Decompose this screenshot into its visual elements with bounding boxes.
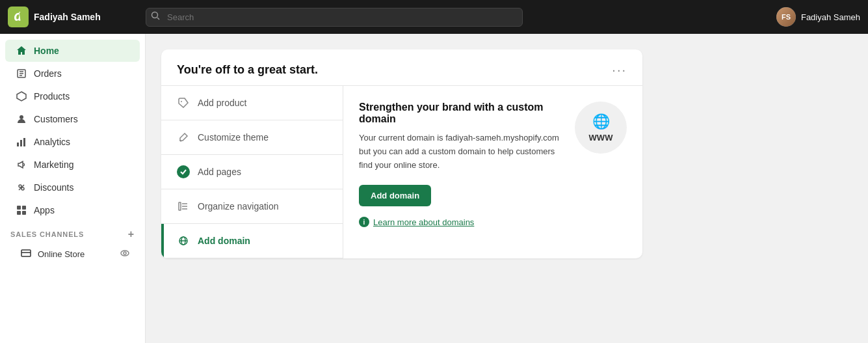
checklist-add-pages[interactable]: Add pages bbox=[161, 155, 343, 189]
sidebar-label-products: Products bbox=[34, 91, 70, 102]
globe-icon bbox=[177, 234, 190, 247]
checklist-customize-theme[interactable]: Customize theme bbox=[161, 120, 343, 155]
sidebar-label-analytics: Analytics bbox=[34, 137, 70, 147]
svg-rect-17 bbox=[22, 211, 26, 215]
learn-more-link[interactable]: i Learn more about domains bbox=[359, 217, 627, 227]
avatar: FS bbox=[776, 7, 796, 27]
checklist-label-add-product: Add product bbox=[198, 98, 247, 108]
checklist: Add product Customize theme bbox=[161, 86, 343, 258]
checklist-label-customize-theme: Customize theme bbox=[198, 132, 269, 143]
sidebar-item-analytics[interactable]: Analytics bbox=[5, 131, 140, 153]
sidebar: Home Orders Products Customers bbox=[0, 34, 146, 343]
analytics-icon bbox=[16, 136, 27, 148]
topnav: Fadiyah Sameh FS Fadiyah Sameh bbox=[0, 0, 868, 34]
svg-rect-18 bbox=[21, 250, 31, 256]
sidebar-label-orders: Orders bbox=[34, 68, 62, 79]
svg-point-20 bbox=[121, 251, 129, 256]
sales-channels-section: SALES CHANNELS + bbox=[0, 222, 145, 243]
online-store-label: Online Store bbox=[38, 249, 85, 259]
svg-rect-14 bbox=[17, 206, 21, 210]
globe-badge-icon: 🌐 bbox=[592, 113, 610, 130]
add-sales-channel-button[interactable]: + bbox=[128, 228, 135, 240]
card-menu-button[interactable]: ··· bbox=[612, 62, 627, 77]
svg-point-0 bbox=[152, 12, 158, 18]
brush-icon bbox=[177, 131, 190, 144]
svg-rect-8 bbox=[17, 143, 19, 146]
card-title: You're off to a great start. bbox=[177, 63, 318, 77]
detail-title: Strengthen your brand with a custom doma… bbox=[359, 102, 567, 125]
learn-more-text: Learn more about domains bbox=[373, 217, 474, 227]
sidebar-item-apps[interactable]: Apps bbox=[5, 199, 140, 221]
sidebar-item-products[interactable]: Products bbox=[5, 85, 140, 107]
search-icon bbox=[151, 11, 160, 23]
tag-icon bbox=[177, 96, 190, 109]
search-input[interactable] bbox=[146, 8, 523, 27]
detail-panel: Strengthen your brand with a custom doma… bbox=[343, 86, 642, 258]
www-badge: 🌐 WWW bbox=[575, 102, 627, 154]
marketing-icon bbox=[16, 159, 27, 171]
svg-point-12 bbox=[21, 187, 24, 190]
eye-icon[interactable] bbox=[120, 249, 129, 260]
apps-icon bbox=[16, 204, 27, 216]
sidebar-label-home: Home bbox=[34, 46, 59, 56]
customers-icon bbox=[16, 113, 27, 125]
svg-line-1 bbox=[157, 18, 159, 20]
home-icon bbox=[16, 45, 27, 57]
shopify-logo bbox=[8, 7, 29, 27]
sidebar-item-online-store[interactable]: Online Store bbox=[5, 243, 140, 265]
checklist-label-add-pages: Add pages bbox=[198, 167, 241, 177]
sidebar-label-discounts: Discounts bbox=[34, 182, 73, 193]
products-icon bbox=[16, 90, 27, 102]
brand: Fadiyah Sameh bbox=[8, 7, 138, 27]
sales-channels-label: SALES CHANNELS bbox=[10, 230, 84, 238]
online-store-icon bbox=[21, 248, 31, 260]
user-menu[interactable]: FS Fadiyah Sameh bbox=[776, 7, 860, 27]
svg-point-21 bbox=[124, 252, 126, 254]
svg-rect-9 bbox=[20, 140, 22, 146]
brand-name: Fadiyah Sameh bbox=[34, 12, 101, 22]
sidebar-label-marketing: Marketing bbox=[34, 159, 73, 170]
sidebar-label-customers: Customers bbox=[34, 114, 78, 124]
checklist-label-add-domain: Add domain bbox=[198, 236, 250, 246]
card-body: Add product Customize theme bbox=[161, 86, 642, 258]
svg-point-7 bbox=[20, 115, 23, 119]
getting-started-card: You're off to a great start. ··· Add pro… bbox=[161, 49, 642, 258]
nav-icon bbox=[177, 200, 190, 213]
card-header: You're off to a great start. ··· bbox=[161, 49, 642, 85]
checklist-add-domain[interactable]: Add domain bbox=[161, 224, 343, 258]
discounts-icon bbox=[16, 182, 27, 193]
orders-icon bbox=[16, 68, 27, 79]
search-container bbox=[146, 8, 769, 27]
sidebar-item-customers[interactable]: Customers bbox=[5, 108, 140, 130]
svg-rect-10 bbox=[23, 138, 25, 146]
sidebar-item-home[interactable]: Home bbox=[5, 40, 140, 62]
sidebar-label-apps: Apps bbox=[34, 205, 55, 215]
www-label: WWW bbox=[589, 133, 613, 143]
detail-text: Your current domain is fadiyah-sameh.mys… bbox=[359, 131, 567, 172]
user-name: Fadiyah Sameh bbox=[801, 12, 860, 22]
checklist-add-product[interactable]: Add product bbox=[161, 86, 343, 120]
sidebar-item-orders[interactable]: Orders bbox=[5, 62, 140, 85]
checklist-organize-nav[interactable]: Organize navigation bbox=[161, 189, 343, 224]
svg-rect-23 bbox=[179, 202, 181, 210]
svg-rect-16 bbox=[17, 211, 21, 215]
check-circle-icon bbox=[177, 165, 190, 178]
svg-rect-15 bbox=[22, 206, 26, 210]
svg-marker-6 bbox=[17, 92, 26, 101]
checklist-label-organize-nav: Organize navigation bbox=[198, 201, 279, 212]
sidebar-item-marketing[interactable]: Marketing bbox=[5, 154, 140, 176]
svg-point-11 bbox=[19, 185, 21, 187]
svg-point-22 bbox=[181, 101, 182, 102]
sidebar-item-discounts[interactable]: Discounts bbox=[5, 176, 140, 199]
info-icon: i bbox=[359, 217, 369, 227]
add-domain-button[interactable]: Add domain bbox=[359, 185, 431, 206]
main-content: You're off to a great start. ··· Add pro… bbox=[146, 34, 868, 343]
